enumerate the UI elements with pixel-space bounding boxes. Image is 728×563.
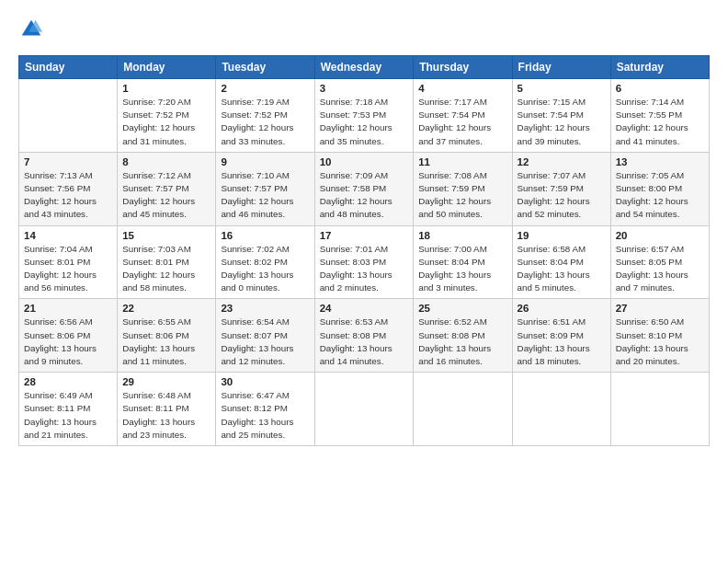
calendar-day-cell: 15Sunrise: 7:03 AMSunset: 8:01 PMDayligh…	[118, 225, 216, 299]
calendar-day-cell: 25Sunrise: 6:52 AMSunset: 8:08 PMDayligh…	[414, 299, 512, 373]
day-number: 11	[418, 156, 506, 167]
weekday-header: Saturday	[610, 56, 709, 79]
day-number: 12	[518, 156, 606, 167]
day-info: Sunrise: 7:04 AMSunset: 8:01 PMDaylight:…	[24, 243, 112, 295]
calendar-day-cell	[610, 373, 709, 446]
weekday-header: Wednesday	[314, 56, 414, 79]
day-number: 26	[518, 303, 606, 314]
day-info: Sunrise: 6:56 AMSunset: 8:06 PMDaylight:…	[24, 316, 112, 368]
calendar-day-cell: 18Sunrise: 7:00 AMSunset: 8:04 PMDayligh…	[414, 225, 512, 299]
day-number: 14	[24, 230, 112, 241]
day-info: Sunrise: 7:19 AMSunset: 7:52 PMDaylight:…	[221, 96, 309, 148]
day-number: 22	[122, 303, 210, 314]
calendar-day-cell	[314, 373, 414, 446]
calendar-day-cell: 6Sunrise: 7:14 AMSunset: 7:55 PMDaylight…	[610, 79, 709, 153]
calendar-day-cell: 22Sunrise: 6:55 AMSunset: 8:06 PMDayligh…	[118, 299, 216, 373]
calendar-day-cell: 7Sunrise: 7:13 AMSunset: 7:56 PMDaylight…	[19, 152, 118, 225]
day-number: 21	[24, 303, 112, 314]
day-info: Sunrise: 6:53 AMSunset: 8:08 PMDaylight:…	[320, 316, 409, 368]
weekday-header: Sunday	[19, 56, 118, 79]
weekday-header: Friday	[512, 56, 610, 79]
calendar-day-cell	[414, 373, 512, 446]
calendar-day-cell: 20Sunrise: 6:57 AMSunset: 8:05 PMDayligh…	[610, 225, 709, 299]
day-number: 18	[418, 230, 506, 241]
day-info: Sunrise: 6:54 AMSunset: 8:07 PMDaylight:…	[221, 316, 309, 368]
calendar-header-row: SundayMondayTuesdayWednesdayThursdayFrid…	[19, 56, 710, 79]
day-number: 23	[221, 303, 309, 314]
day-number: 24	[320, 303, 409, 314]
calendar-day-cell: 26Sunrise: 6:51 AMSunset: 8:09 PMDayligh…	[512, 299, 610, 373]
calendar-day-cell: 11Sunrise: 7:08 AMSunset: 7:59 PMDayligh…	[414, 152, 512, 225]
weekday-header: Tuesday	[216, 56, 314, 79]
header	[18, 17, 710, 42]
day-info: Sunrise: 7:20 AMSunset: 7:52 PMDaylight:…	[122, 96, 210, 148]
calendar-day-cell: 30Sunrise: 6:47 AMSunset: 8:12 PMDayligh…	[216, 373, 314, 446]
day-info: Sunrise: 7:10 AMSunset: 7:57 PMDaylight:…	[221, 169, 309, 222]
calendar-day-cell: 24Sunrise: 6:53 AMSunset: 8:08 PMDayligh…	[314, 299, 414, 373]
day-info: Sunrise: 6:58 AMSunset: 8:04 PMDaylight:…	[518, 243, 606, 295]
day-number: 20	[616, 230, 704, 241]
day-number: 19	[518, 230, 606, 241]
calendar-day-cell: 2Sunrise: 7:19 AMSunset: 7:52 PMDaylight…	[216, 79, 314, 153]
calendar-day-cell: 3Sunrise: 7:18 AMSunset: 7:53 PMDaylight…	[314, 79, 414, 153]
day-number: 25	[418, 303, 506, 314]
day-info: Sunrise: 7:07 AMSunset: 7:59 PMDaylight:…	[518, 169, 606, 222]
logo	[18, 17, 48, 42]
day-number: 13	[616, 156, 704, 167]
day-info: Sunrise: 6:57 AMSunset: 8:05 PMDaylight:…	[616, 243, 704, 295]
day-number: 28	[24, 376, 112, 387]
day-info: Sunrise: 7:02 AMSunset: 8:02 PMDaylight:…	[221, 243, 309, 295]
day-number: 2	[221, 83, 309, 94]
calendar-day-cell: 19Sunrise: 6:58 AMSunset: 8:04 PMDayligh…	[512, 225, 610, 299]
day-info: Sunrise: 6:48 AMSunset: 8:11 PMDaylight:…	[122, 389, 210, 442]
day-number: 5	[518, 83, 606, 94]
day-info: Sunrise: 7:14 AMSunset: 7:55 PMDaylight:…	[616, 96, 704, 148]
day-info: Sunrise: 7:09 AMSunset: 7:58 PMDaylight:…	[320, 169, 409, 222]
day-number: 17	[320, 230, 409, 241]
day-number: 6	[616, 83, 704, 94]
day-info: Sunrise: 7:08 AMSunset: 7:59 PMDaylight:…	[418, 169, 506, 222]
calendar-table: SundayMondayTuesdayWednesdayThursdayFrid…	[18, 55, 710, 446]
calendar-day-cell: 8Sunrise: 7:12 AMSunset: 7:57 PMDaylight…	[118, 152, 216, 225]
calendar-day-cell: 16Sunrise: 7:02 AMSunset: 8:02 PMDayligh…	[216, 225, 314, 299]
calendar-day-cell: 12Sunrise: 7:07 AMSunset: 7:59 PMDayligh…	[512, 152, 610, 225]
calendar-day-cell: 17Sunrise: 7:01 AMSunset: 8:03 PMDayligh…	[314, 225, 414, 299]
day-info: Sunrise: 6:52 AMSunset: 8:08 PMDaylight:…	[418, 316, 506, 368]
calendar-day-cell: 1Sunrise: 7:20 AMSunset: 7:52 PMDaylight…	[118, 79, 216, 153]
weekday-header: Thursday	[414, 56, 512, 79]
calendar-day-cell: 23Sunrise: 6:54 AMSunset: 8:07 PMDayligh…	[216, 299, 314, 373]
calendar-week-row: 1Sunrise: 7:20 AMSunset: 7:52 PMDaylight…	[19, 79, 710, 153]
day-number: 30	[221, 376, 309, 387]
calendar-day-cell: 21Sunrise: 6:56 AMSunset: 8:06 PMDayligh…	[19, 299, 118, 373]
day-number: 10	[320, 156, 409, 167]
calendar-day-cell: 14Sunrise: 7:04 AMSunset: 8:01 PMDayligh…	[19, 225, 118, 299]
day-number: 9	[221, 156, 309, 167]
day-info: Sunrise: 7:03 AMSunset: 8:01 PMDaylight:…	[122, 243, 210, 295]
day-info: Sunrise: 7:05 AMSunset: 8:00 PMDaylight:…	[616, 169, 704, 222]
day-info: Sunrise: 6:51 AMSunset: 8:09 PMDaylight:…	[518, 316, 606, 368]
calendar-week-row: 14Sunrise: 7:04 AMSunset: 8:01 PMDayligh…	[19, 225, 710, 299]
day-number: 27	[616, 303, 704, 314]
calendar-day-cell	[512, 373, 610, 446]
page: SundayMondayTuesdayWednesdayThursdayFrid…	[0, 0, 728, 455]
day-info: Sunrise: 7:01 AMSunset: 8:03 PMDaylight:…	[320, 243, 409, 295]
calendar-day-cell: 29Sunrise: 6:48 AMSunset: 8:11 PMDayligh…	[118, 373, 216, 446]
day-number: 3	[320, 83, 409, 94]
calendar-day-cell	[19, 79, 118, 153]
day-info: Sunrise: 7:15 AMSunset: 7:54 PMDaylight:…	[518, 96, 606, 148]
day-info: Sunrise: 6:49 AMSunset: 8:11 PMDaylight:…	[24, 389, 112, 442]
calendar-day-cell: 9Sunrise: 7:10 AMSunset: 7:57 PMDaylight…	[216, 152, 314, 225]
day-number: 8	[122, 156, 210, 167]
day-number: 1	[122, 83, 210, 94]
day-info: Sunrise: 6:47 AMSunset: 8:12 PMDaylight:…	[221, 389, 309, 442]
day-number: 7	[24, 156, 112, 167]
calendar-day-cell: 10Sunrise: 7:09 AMSunset: 7:58 PMDayligh…	[314, 152, 414, 225]
calendar-week-row: 7Sunrise: 7:13 AMSunset: 7:56 PMDaylight…	[19, 152, 710, 225]
calendar-week-row: 21Sunrise: 6:56 AMSunset: 8:06 PMDayligh…	[19, 299, 710, 373]
day-number: 4	[418, 83, 506, 94]
day-number: 15	[122, 230, 210, 241]
day-info: Sunrise: 7:12 AMSunset: 7:57 PMDaylight:…	[122, 169, 210, 222]
day-info: Sunrise: 6:50 AMSunset: 8:10 PMDaylight:…	[616, 316, 704, 368]
logo-icon	[18, 17, 44, 42]
day-info: Sunrise: 7:00 AMSunset: 8:04 PMDaylight:…	[418, 243, 506, 295]
